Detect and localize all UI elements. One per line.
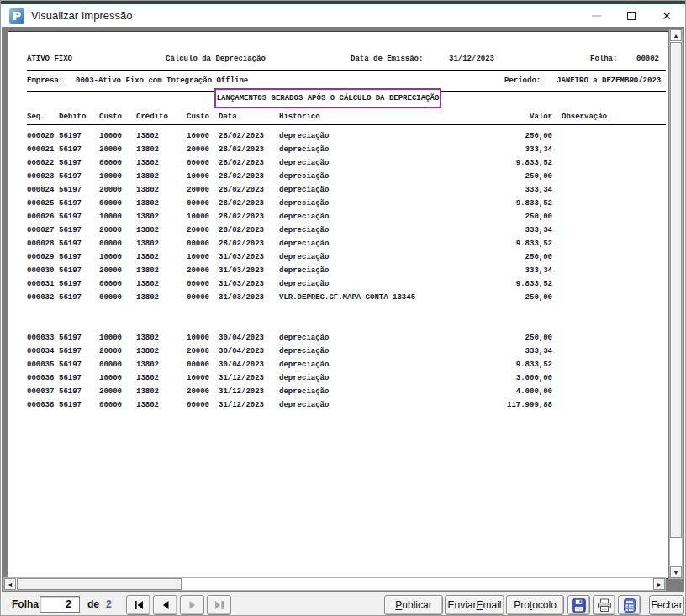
cell-custo1: 00000 [99, 197, 136, 210]
last-page-button[interactable] [207, 595, 231, 615]
table-row: 0000245619720000138022000028/02/2023depr… [27, 183, 666, 197]
cell-seq: 000021 [27, 143, 59, 156]
next-page-icon [187, 599, 198, 611]
cell-seq: 000035 [27, 358, 59, 371]
cell-debito: 56197 [59, 398, 99, 412]
calculator-button[interactable] [618, 595, 641, 615]
cell-custo2: 20000 [187, 224, 219, 237]
cell-historico: VLR.DEPREC.CF.MAPA CONTA 13345 [279, 291, 472, 304]
cell-data: 28/02/2023 [219, 210, 279, 224]
vertical-scrollbar[interactable]: ▲ ▼ [669, 29, 683, 579]
cell-credito: 13802 [136, 345, 187, 358]
email-label-pre: Enviar [447, 599, 476, 611]
next-page-button[interactable] [180, 595, 204, 615]
cell-seq: 000027 [27, 224, 59, 237]
cell-obs [552, 358, 666, 371]
cell-debito: 56197 [59, 264, 99, 277]
previous-page-button[interactable] [153, 595, 177, 615]
table-row: 0000205619710000138021000028/02/2023depr… [27, 129, 666, 143]
cell-data: 31/12/2023 [219, 385, 279, 398]
close-icon: ✕ [662, 10, 672, 22]
horizontal-scroll-thumb[interactable] [17, 578, 182, 590]
table-row: 0000325619700000138020000031/03/2023VLR.… [27, 291, 666, 304]
cell-credito: 13802 [136, 156, 187, 170]
print-button[interactable] [593, 595, 615, 615]
cell-seq: 000034 [27, 345, 59, 358]
scroll-up-button[interactable]: ▲ [670, 29, 682, 41]
maximize-button[interactable] [614, 4, 649, 27]
table-row: 0000275619720000138022000028/02/2023depr… [27, 224, 666, 237]
cell-debito: 56197 [59, 170, 99, 183]
cell-data: 31/03/2023 [219, 250, 279, 264]
cell-debito: 56197 [59, 224, 99, 237]
cell-seq: 000025 [27, 197, 59, 210]
cell-historico: depreciação [279, 277, 472, 291]
cell-valor: 3.000,00 [472, 371, 552, 385]
cell-obs [552, 170, 666, 183]
table-row: 0000295619710000138021000031/03/2023depr… [27, 250, 666, 264]
cell-debito: 56197 [59, 331, 99, 345]
cell-data: 30/04/2023 [219, 331, 279, 345]
table-row: 0000225619700000138020000028/02/2023depr… [27, 156, 666, 170]
cell-obs [552, 371, 666, 385]
cell-historico: depreciação [279, 129, 472, 143]
cell-data: 31/03/2023 [219, 264, 279, 277]
cell-credito: 13802 [136, 371, 187, 385]
cell-debito: 56197 [59, 197, 99, 210]
cell-credito: 13802 [136, 250, 187, 264]
email-label-accel: E [476, 599, 483, 611]
cell-credito: 13802 [136, 143, 187, 156]
report-title: Cálculo da Depreciação [166, 55, 266, 63]
column-header: Seq. [27, 113, 59, 121]
cell-valor: 333,34 [472, 345, 552, 358]
cell-valor: 4.000,00 [472, 385, 552, 398]
cell-historico: depreciação [279, 197, 472, 210]
page-number-input[interactable] [40, 596, 80, 613]
cell-custo1: 20000 [99, 183, 136, 197]
cell-seq: 000037 [27, 385, 59, 398]
cell-valor: 9.833,52 [472, 277, 552, 291]
arrow-right-icon: ► [657, 582, 662, 587]
table-row: 0000345619720000138022000030/04/2023depr… [27, 345, 666, 358]
first-page-button[interactable] [126, 595, 150, 615]
enviar-email-button[interactable]: Enviar Email [445, 595, 504, 615]
sheet-number: 00002 [636, 55, 659, 63]
emission-date-label: Data de Emissão: [351, 55, 423, 63]
protocolo-button[interactable]: Protocolo [506, 595, 564, 615]
cell-historico: depreciação [279, 398, 472, 412]
cell-custo1: 20000 [99, 264, 136, 277]
report-page: ATIVO FIXO Cálculo da Depreciação Data d… [8, 31, 668, 579]
cell-custo2: 00000 [187, 398, 219, 412]
table-row: 0000255619700000138020000028/02/2023depr… [27, 197, 666, 210]
cell-historico: depreciação [279, 237, 472, 250]
cell-custo1: 10000 [99, 371, 136, 385]
fechar-button[interactable]: Fechar [649, 595, 684, 615]
titlebar: Visualizar Impressão ✕ [2, 4, 684, 27]
cell-custo2: 00000 [187, 237, 219, 250]
cell-historico: depreciação [279, 170, 472, 183]
scroll-right-button[interactable]: ► [653, 578, 665, 590]
report-column-headers: Seq.DébitoCustoCréditoCustoDataHistórico… [27, 113, 666, 121]
window-controls: ✕ [578, 4, 684, 27]
preview-area: ATIVO FIXO Cálculo da Depreciação Data d… [2, 27, 684, 592]
scroll-down-button[interactable]: ▼ [670, 566, 682, 578]
cell-obs [552, 183, 666, 197]
close-button[interactable]: ✕ [649, 4, 684, 27]
publicar-button[interactable]: Publicar [384, 595, 443, 615]
save-button[interactable] [567, 595, 590, 615]
app-logo-icon [9, 8, 24, 24]
cell-valor: 9.833,52 [472, 358, 552, 371]
sheet-label: Folha: [590, 55, 617, 63]
cell-seq: 000026 [27, 210, 59, 224]
scroll-left-button[interactable]: ◄ [4, 578, 16, 590]
horizontal-scrollbar[interactable]: ◄ ► [3, 577, 666, 591]
cell-data: 28/02/2023 [219, 224, 279, 237]
table-row: 0000315619700000138020000031/03/2023depr… [27, 277, 666, 291]
header-rule-3 [27, 124, 666, 125]
cell-obs [552, 210, 666, 224]
vertical-scroll-thumb[interactable] [670, 42, 682, 538]
company-label: Empresa: [27, 76, 63, 85]
cell-credito: 13802 [136, 358, 187, 371]
column-header: Custo [187, 113, 219, 121]
cell-seq: 000036 [27, 371, 59, 385]
